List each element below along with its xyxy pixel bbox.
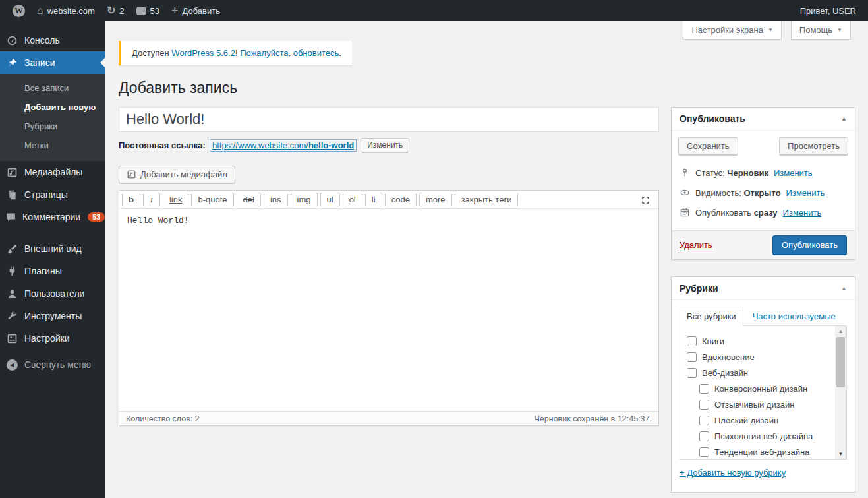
comments-link[interactable]: 53 — [130, 0, 165, 21]
site-link[interactable]: ⌂ website.com — [31, 0, 101, 21]
comment-icon — [136, 7, 146, 15]
user-greeting[interactable]: Привет, USER — [800, 6, 859, 16]
category-item[interactable]: Книги — [687, 333, 830, 349]
publish-box: Опубликовать ▲ Сохранить Просмотреть Ста… — [671, 107, 855, 260]
user-icon — [5, 288, 18, 299]
preview-button[interactable]: Просмотреть — [779, 137, 848, 155]
blockquote-button[interactable]: b-quote — [191, 193, 233, 206]
draft-saved-status: Черновик сохранён в 12:45:37. — [535, 414, 652, 423]
ul-button[interactable]: ul — [320, 193, 340, 206]
sidebar-item-appearance[interactable]: Внешний вид — [0, 237, 105, 260]
ol-button[interactable]: ol — [343, 193, 362, 206]
publish-box-header[interactable]: Опубликовать ▲ — [672, 108, 855, 131]
menu-separator — [0, 228, 105, 237]
please-update-link[interactable]: Пожалуйста, обновитесь — [240, 48, 339, 58]
publish-button[interactable]: Опубликовать — [772, 235, 847, 255]
edit-visibility-link[interactable]: Изменить — [786, 188, 825, 198]
collapse-panel-icon[interactable]: ▲ — [841, 285, 847, 292]
edit-permalink-button[interactable]: Изменить — [361, 138, 409, 152]
italic-button[interactable]: i — [143, 193, 160, 206]
notice-text: ! — [235, 48, 238, 58]
close-tags-button[interactable]: закрыть теги — [455, 193, 519, 206]
site-name: website.com — [47, 6, 95, 16]
update-version-link[interactable]: WordPress 5.6.2 — [171, 48, 235, 58]
sidebar-item-dashboard[interactable]: Консоль — [0, 29, 105, 51]
media-icon — [5, 167, 18, 178]
add-new-category-link[interactable]: + Добавить новую рубрику — [680, 468, 786, 478]
scrollbar-thumb[interactable] — [836, 337, 845, 387]
scrollbar-up-icon[interactable]: ▲ — [835, 326, 846, 336]
sidebar-item-tools[interactable]: Инструменты — [0, 305, 105, 327]
pushpin-icon — [5, 57, 18, 69]
category-label: Веб-дизайн — [702, 368, 748, 378]
update-notice: Доступен WordPress 5.6.2! Пожалуйста, об… — [119, 41, 352, 65]
fullscreen-button[interactable] — [641, 195, 651, 207]
li-button[interactable]: li — [365, 193, 382, 206]
category-checkbox[interactable] — [699, 400, 709, 410]
category-checkbox[interactable] — [687, 352, 697, 362]
category-checkbox[interactable] — [687, 368, 697, 378]
category-label: Вдохновение — [702, 352, 755, 362]
word-count: Количество слов: 2 — [126, 414, 200, 423]
edit-schedule-link[interactable]: Изменить — [783, 208, 822, 218]
link-button[interactable]: link — [163, 193, 189, 206]
collapse-menu-button[interactable]: ◀ Свернуть меню — [0, 354, 105, 376]
category-item[interactable]: Веб-дизайн — [687, 365, 830, 381]
categories-box-title: Рубрики — [680, 283, 718, 294]
category-item[interactable]: Плоский дизайн — [687, 412, 830, 428]
wordpress-menu[interactable]: W — [7, 0, 31, 21]
new-content-link[interactable]: + Добавить — [165, 0, 226, 21]
status-text: Статус: Черновик — [695, 168, 768, 178]
sidebar-subitem-add-new[interactable]: Добавить новую — [0, 98, 105, 117]
category-checkbox[interactable] — [699, 384, 709, 394]
tab-most-used[interactable]: Часто используемые — [753, 307, 836, 325]
updates-link[interactable]: ↻ 2 — [101, 0, 130, 21]
sidebar-item-posts[interactable]: Записи — [0, 51, 105, 74]
sidebar-item-media[interactable]: Медиафайлы — [0, 161, 105, 183]
categories-box-header[interactable]: Рубрики ▲ — [672, 277, 855, 300]
chevron-down-icon: ▼ — [768, 27, 773, 33]
sidebar-item-pages[interactable]: Страницы — [0, 183, 105, 206]
post-content-textarea[interactable]: Hello World! — [119, 209, 658, 411]
save-draft-button[interactable]: Сохранить — [678, 137, 738, 155]
bold-button[interactable]: b — [122, 193, 140, 206]
sidebar-subitem-tags[interactable]: Метки — [0, 136, 105, 155]
edit-status-link[interactable]: Изменить — [774, 168, 813, 178]
collapse-panel-icon[interactable]: ▲ — [841, 115, 847, 122]
ins-button[interactable]: ins — [264, 193, 288, 206]
post-title-input[interactable] — [119, 107, 659, 132]
code-button[interactable]: code — [385, 193, 417, 206]
category-item[interactable]: Тенденции веб-дизайна — [687, 444, 830, 460]
move-to-trash-link[interactable]: Удалить — [680, 240, 712, 250]
sidebar-subitem-all-posts[interactable]: Все записи — [0, 78, 105, 98]
permalink-slug: hello-world — [308, 140, 354, 150]
more-button[interactable]: more — [419, 193, 452, 206]
sidebar-subitem-categories[interactable]: Рубрики — [0, 117, 105, 136]
editor-column: Постоянная ссылка: https://www.website.c… — [119, 107, 659, 426]
category-checkbox[interactable] — [687, 336, 697, 346]
category-item[interactable]: Конверсионный дизайн — [687, 381, 830, 396]
del-button[interactable]: del — [237, 193, 261, 206]
screen-options-tab[interactable]: Настройки экрана ▼ — [683, 21, 781, 40]
sidebar-item-label: Настройки — [24, 333, 70, 344]
scrollbar-down-icon[interactable]: ▼ — [835, 449, 846, 459]
category-scrollbar[interactable]: ▲ ▼ — [835, 326, 846, 459]
category-item[interactable]: Отзывчивый дизайн — [687, 396, 830, 412]
permalink-link[interactable]: https://www.website.com/hello-world — [210, 139, 357, 152]
sidebar-item-users[interactable]: Пользователи — [0, 282, 105, 305]
category-checkbox[interactable] — [699, 416, 709, 425]
sidebar-item-label: Страницы — [24, 189, 68, 200]
img-button[interactable]: img — [291, 193, 318, 206]
category-item[interactable]: Психология веб-дизайна — [687, 428, 830, 444]
category-checkbox[interactable] — [699, 431, 709, 441]
tab-all-categories[interactable]: Все рубрики — [680, 307, 743, 326]
category-checkbox[interactable] — [699, 447, 709, 457]
add-media-button[interactable]: Добавить медиафайл — [119, 166, 235, 183]
sidebar-item-comments[interactable]: Комментарии 53 — [0, 206, 105, 228]
help-tab[interactable]: Помощь ▼ — [791, 21, 851, 40]
sidebar-item-settings[interactable]: Настройки — [0, 327, 105, 350]
sidebar-item-label: Записи — [24, 57, 55, 68]
category-item[interactable]: Вдохновение — [687, 349, 830, 365]
quicktags-toolbar: b i link b-quote del ins img ul ol li co… — [119, 191, 658, 209]
sidebar-item-plugins[interactable]: Плагины — [0, 260, 105, 282]
